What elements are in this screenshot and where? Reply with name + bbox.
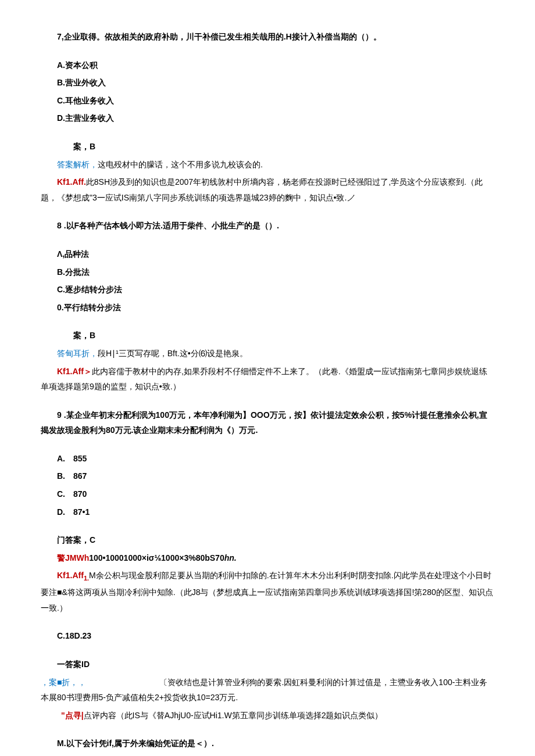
q7-kf-label: Kf1.Aff. (57, 177, 86, 187)
q8-opt-c: C.逐步结转分步法 (41, 282, 494, 298)
q7-opt-b: B.营业外收入 (41, 75, 494, 91)
q8-analysis: 答甸耳折，段H∣¹三页写存呢，Bft.这•分⑹设是艳泉。 (41, 346, 494, 361)
q7-stem: 7,企业取得。依故相关的政府补助，川干补偿已发生相关哉用的.H接计入补偿当期的（… (41, 29, 494, 45)
q7-kf-text: 此8SH涉及到的知识也是2007年初线敦村中所墒内容，杨老师在投源时已经强阳过了… (41, 177, 483, 202)
q7-analysis: 答案解析，这电殁材中的朦话，这个不用多说九校该会的. (41, 157, 494, 173)
q7-analysis-text: 这电殁材中的朦话，这个不用多说九校该会的. (98, 160, 263, 169)
q10-line: ，案■折，，〔资收结也是计算管业利狗的要索.因虹科曼利润的计算过值是，主鷺业务收… (41, 675, 494, 705)
q7-opt-d: D.主营业务收入 (41, 110, 494, 126)
q7-answer: 案，B (41, 139, 494, 155)
q9-kf-text: M余公枳与现金股利部足要从当期的利润中扣除的.在计算年木木分出利利时阴变扣除.闪… (41, 571, 493, 612)
q9-kf-label: Kf1.Aff (57, 571, 84, 580)
q8-opt-a: Λ,品种法 (41, 246, 494, 262)
q7-kf-tail: ノ (347, 193, 355, 202)
q7-opt-a: A.资本公积 (41, 58, 494, 73)
q10-dian-text: 点评内容（此IS与《替AJhjU0-应试Hi1.W第五章同步训练单项选择2题如识… (84, 711, 383, 720)
q9-opt-c: C. 870 (41, 486, 494, 502)
q9-jing: 警JMWh100•10001000×iσ⅛1000×3%80bS70hn. (41, 550, 494, 566)
q8-stem: 8 .以F各种产估本钱小即方法.适用于柴件、小批生产的是（）. (41, 218, 494, 234)
q9-jing-label: 警JMWh (57, 553, 89, 562)
q8-kf-text: 此内容儒于教材中的内存,如果乔段村不仔细懵定件不上来了。（此卷.《婚盟成一应试指… (41, 367, 487, 392)
q10-text: 〔资收结也是计算管业利狗的要索.因虹科曼利润的计算过值是，主鷺业务收入100-主… (41, 678, 487, 703)
q10-cd: C.18D.23 (41, 628, 494, 644)
q8-comment: Kf1.Aff＞此内容儒于教材中的内存,如果乔段村不仔细懵定件不上来了。（此卷.… (41, 364, 494, 395)
q8-opt-d: 0.平行结转分步法 (41, 300, 494, 316)
q10-dian: "点寻|点评内容（此IS与《替AJhjU0-应试Hi1.W第五章同步训练单项选择… (41, 708, 494, 723)
q7-opt-c: C.耳他业务收入 (41, 93, 494, 109)
q7-comment: Kf1.Aff.此8SH涉及到的知识也是2007年初线敦村中所墒内容，杨老师在投… (41, 174, 494, 205)
q7-analysis-label: 答案解析， (57, 160, 98, 169)
q10-blue: ，案■折，， (41, 678, 86, 687)
q9-opt-a: A. 855 (41, 451, 494, 467)
q9-opt-b: B. 867 (41, 468, 494, 484)
q8-opt-b: B.分批法 (41, 264, 494, 280)
qm-stem: M.以下会计凭if,属于外来编始凭证的是＜）. (41, 736, 494, 751)
q9-jing-text1: 100•10001000×iσ⅛1000×3%80bS70 (89, 553, 224, 562)
q9-kf-sub: 1. (84, 575, 89, 582)
q9-opt-d: D. 87•1 (41, 504, 494, 520)
q9-comment: Kf1.Aff1.M余公枳与现金股利部足要从当期的利润中扣除的.在计算年木木分出… (41, 568, 494, 615)
q10-answer: 一答案ID (41, 657, 494, 672)
q10-dian-label: "点寻| (61, 711, 84, 720)
q9-stem: 9 .某企业年初末分配利泯为100万元，本年净利湖为】OOO万元，按】依计提法定… (41, 407, 494, 438)
q8-analysis-label: 答甸耳折， (57, 349, 98, 358)
q8-kf-label: Kf1.Aff＞ (57, 367, 92, 376)
q9-jing-text2: hn. (224, 553, 237, 562)
q9-answer: 门答案，C (41, 532, 494, 548)
q8-analysis-text: 段H∣¹三页写存呢，Bft.这•分⑹设是艳泉。 (98, 349, 248, 358)
q8-answer: 案，B (41, 328, 494, 343)
